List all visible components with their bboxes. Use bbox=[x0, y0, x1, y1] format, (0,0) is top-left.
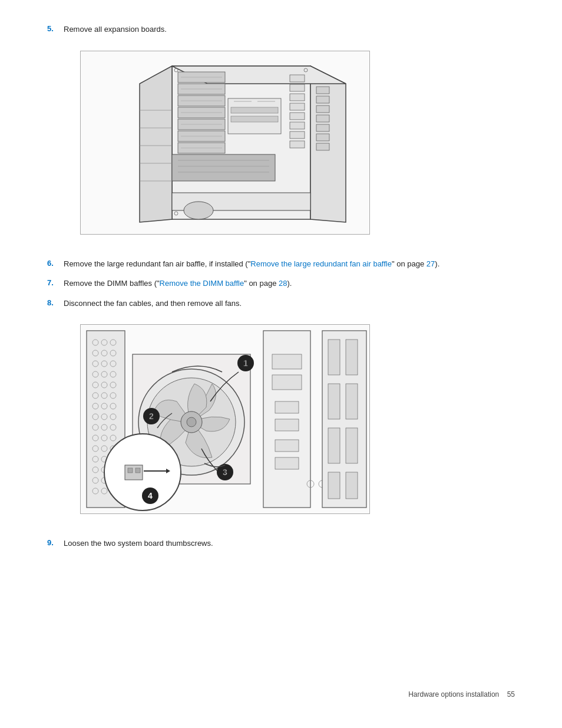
svg-text:1: 1 bbox=[243, 358, 248, 368]
svg-rect-37 bbox=[316, 143, 329, 150]
figure-step5-container bbox=[80, 51, 370, 235]
step-7-number: 7. bbox=[47, 278, 64, 287]
step-6-link1-page[interactable]: 27 bbox=[427, 259, 435, 268]
step-8-number: 8. bbox=[47, 298, 64, 307]
svg-rect-24 bbox=[290, 84, 305, 91]
svg-rect-30 bbox=[290, 141, 305, 148]
svg-text:4: 4 bbox=[148, 491, 153, 500]
svg-rect-118 bbox=[275, 440, 299, 452]
svg-rect-117 bbox=[275, 419, 299, 431]
svg-rect-28 bbox=[290, 122, 305, 129]
svg-point-39 bbox=[184, 202, 213, 219]
figure-step8: 1 2 3 bbox=[64, 317, 515, 526]
step-9-text: Loosen the two system board thumbscrews. bbox=[64, 538, 515, 549]
svg-text:3: 3 bbox=[223, 467, 227, 477]
step-6-row: 6. Remove the large redundant fan air ba… bbox=[47, 258, 515, 270]
svg-rect-115 bbox=[272, 375, 302, 390]
svg-marker-4 bbox=[140, 66, 172, 222]
step-7-text-before: Remove the DIMM baffles (" bbox=[64, 279, 160, 288]
svg-rect-34 bbox=[316, 115, 329, 122]
step-6-number: 6. bbox=[47, 258, 64, 268]
svg-rect-19 bbox=[172, 154, 275, 181]
step-8-row: 8. Disconnect the fan cables, and then r… bbox=[47, 298, 515, 309]
svg-rect-31 bbox=[316, 87, 329, 94]
step-8-text: Disconnect the fan cables, and then remo… bbox=[64, 298, 515, 309]
svg-rect-42 bbox=[231, 116, 278, 122]
step-5-number: 5. bbox=[47, 24, 64, 33]
footer-page: 55 bbox=[507, 690, 515, 699]
step-6-text-before: Remove the large redundant fan air baffl… bbox=[64, 259, 250, 268]
figure-step5 bbox=[64, 44, 515, 246]
svg-rect-123 bbox=[328, 340, 340, 375]
step-6-link1[interactable]: Remove the large redundant fan air baffl… bbox=[250, 259, 392, 268]
figure-step8-container: 1 2 3 bbox=[80, 324, 370, 514]
svg-rect-129 bbox=[328, 472, 340, 499]
step-7-link2-page[interactable]: 28 bbox=[279, 279, 287, 288]
svg-rect-127 bbox=[328, 428, 340, 463]
svg-rect-35 bbox=[316, 124, 329, 131]
svg-rect-116 bbox=[275, 401, 299, 413]
svg-rect-36 bbox=[316, 134, 329, 141]
step-7-link2[interactable]: Remove the DIMM baffle bbox=[160, 279, 244, 288]
step-9-row: 9. Loosen the two system board thumbscre… bbox=[47, 538, 515, 549]
step-5-row: 5. Remove all expansion boards. bbox=[47, 24, 515, 35]
step-5-text: Remove all expansion boards. bbox=[64, 24, 515, 35]
svg-rect-119 bbox=[275, 457, 299, 469]
svg-rect-124 bbox=[346, 340, 358, 375]
svg-rect-29 bbox=[290, 131, 305, 139]
svg-rect-130 bbox=[346, 472, 358, 499]
svg-rect-125 bbox=[328, 384, 340, 419]
step-7-text: Remove the DIMM baffles ("Remove the DIM… bbox=[64, 278, 515, 289]
fan-removal-illustration: 1 2 3 bbox=[81, 325, 369, 513]
step-7-row: 7. Remove the DIMM baffles ("Remove the … bbox=[47, 278, 515, 289]
svg-rect-134 bbox=[135, 468, 140, 473]
step-6-text: Remove the large redundant fan air baffl… bbox=[64, 258, 515, 270]
svg-rect-133 bbox=[128, 468, 133, 473]
step-7-text-middle: " on page bbox=[244, 279, 279, 288]
step-6-text-after: ). bbox=[435, 259, 439, 268]
svg-rect-27 bbox=[290, 113, 305, 120]
svg-rect-23 bbox=[290, 75, 305, 82]
step-7-text-after: ). bbox=[287, 279, 292, 288]
svg-rect-114 bbox=[272, 354, 302, 369]
svg-rect-126 bbox=[346, 384, 358, 419]
svg-rect-26 bbox=[290, 103, 305, 110]
svg-rect-33 bbox=[316, 106, 329, 113]
svg-rect-32 bbox=[316, 96, 329, 103]
footer-text: Hardware options installation bbox=[408, 690, 499, 699]
svg-rect-25 bbox=[290, 94, 305, 101]
step-6-text-middle: " on page bbox=[392, 259, 427, 268]
svg-rect-41 bbox=[231, 107, 278, 113]
svg-point-106 bbox=[187, 417, 196, 427]
page-footer: Hardware options installation 55 bbox=[408, 690, 515, 699]
svg-text:2: 2 bbox=[149, 411, 154, 421]
step-9-number: 9. bbox=[47, 538, 64, 547]
chassis-illustration bbox=[81, 51, 369, 234]
svg-rect-128 bbox=[346, 428, 358, 463]
